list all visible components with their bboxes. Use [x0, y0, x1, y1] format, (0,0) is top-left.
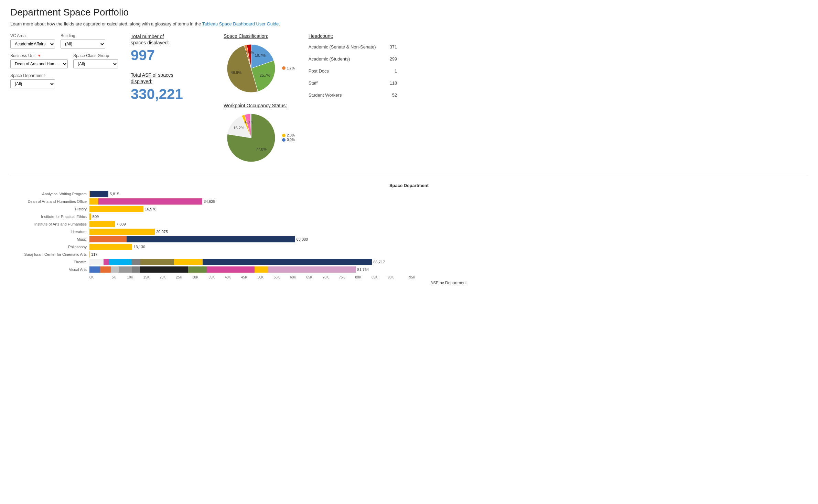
headcount-row: Academic (Students) 299 — [309, 56, 397, 63]
spaces-stat: Total number of spaces displayed: 997 — [131, 33, 217, 64]
svg-text:2.9%: 2.9% — [245, 51, 254, 55]
x-axis-tick: 85K — [366, 275, 383, 279]
workpoint-occupancy-title: Workpoint Occupancy Status: — [224, 103, 295, 108]
headcount-value: 1 — [395, 68, 397, 74]
x-axis-tick: 80K — [350, 275, 366, 279]
bar-value-label: 20,075 — [156, 230, 168, 234]
bar-value-label: 16,578 — [145, 207, 157, 211]
bar-track: 509 — [89, 213, 808, 220]
bar-row: Visual Arts81,764 — [10, 266, 808, 273]
page-title: Department Space Portfolio — [10, 7, 808, 18]
bar-dept-label: Theatre — [10, 260, 89, 264]
headcount-row: Post Docs 1 — [309, 68, 397, 75]
spaces-value: 997 — [131, 47, 217, 64]
bar-segment — [140, 259, 174, 265]
spaces-label: Total number of spaces displayed: — [131, 33, 217, 46]
headcount-label: Academic (Students) — [309, 56, 350, 62]
bar-segment — [174, 259, 202, 265]
vc-area-select[interactable]: Academic Affairs — [10, 40, 55, 48]
bar-segment — [89, 259, 104, 265]
x-axis-tick: 90K — [383, 275, 399, 279]
bar-row: Philosophy13,130 — [10, 244, 808, 250]
bar-segment — [268, 266, 356, 273]
bar-segment — [89, 213, 91, 220]
x-axis-tick: 30K — [187, 275, 203, 279]
bar-segment — [89, 251, 90, 258]
headcount-title: Headcount: — [309, 33, 397, 39]
x-axis-tick: 5K — [106, 275, 122, 279]
headcount-label: Post Docs — [309, 68, 329, 74]
bar-segment — [98, 198, 202, 205]
bar-segment — [89, 244, 132, 250]
asf-stat: Total ASF of spaces displayed: 330,221 — [131, 72, 217, 102]
workpoint-occupancy-pie: 77.8%16.2%4.0% — [224, 110, 279, 165]
bar-value-label: 5,815 — [110, 192, 119, 196]
bar-row: Music63,080 — [10, 236, 808, 242]
x-axis-tick: 70K — [317, 275, 334, 279]
bar-value-label: 34,628 — [204, 199, 215, 204]
space-class-group-select[interactable]: (All) — [73, 59, 118, 68]
space-classification-chart: Space Classification: 19.7%25.7%49.9%2.9… — [224, 33, 295, 96]
x-axis-tick: 40K — [220, 275, 236, 279]
filter-icon: 🔻 — [37, 54, 42, 58]
bar-track: 7,809 — [89, 221, 808, 227]
bar-dept-label: Institute for Practical Ethics — [10, 215, 89, 219]
vc-area-label: VC Area — [10, 33, 55, 38]
bar-row: History16,578 — [10, 206, 808, 212]
x-axis-tick: 20K — [154, 275, 171, 279]
x-axis-tick: 25K — [171, 275, 187, 279]
headcount-row: Student Workers 52 — [309, 92, 397, 99]
bar-segment — [89, 236, 127, 242]
subtitle: Learn more about how the fields are capt… — [10, 21, 808, 26]
bar-chart-section: Space Department Analytical Writing Prog… — [10, 176, 808, 285]
bar-segment — [89, 198, 98, 205]
bar-dept-label: Analytical Writing Program — [10, 192, 89, 196]
space-classification-pie: 19.7%25.7%49.9%2.9% — [224, 41, 279, 96]
bar-track: 20,075 — [89, 229, 808, 235]
bar-segment — [100, 266, 111, 273]
bar-track: 81,764 — [89, 266, 808, 273]
bar-track: 16,578 — [89, 206, 808, 212]
bar-dept-label: Visual Arts — [10, 267, 89, 272]
x-axis-tick: 95K — [399, 275, 415, 279]
headcount-value: 371 — [390, 44, 397, 50]
bar-dept-label: Institute of Arts and Humanities — [10, 222, 89, 226]
bar-track: 13,130 — [89, 244, 808, 250]
bar-row: Literature20,075 — [10, 229, 808, 235]
x-axis-tick: 60K — [285, 275, 301, 279]
x-axis-tick: 75K — [334, 275, 350, 279]
space-class-group-label: Space Class Group — [73, 53, 118, 58]
asf-label: Total ASF of spaces displayed: — [131, 72, 217, 84]
building-label: Building — [61, 33, 105, 38]
bar-segment — [109, 259, 132, 265]
bar-dept-label: History — [10, 207, 89, 211]
building-select[interactable]: (All) — [61, 40, 105, 48]
x-axis-tick: 15K — [138, 275, 154, 279]
bar-segment — [89, 266, 100, 273]
bar-value-label: 63,080 — [297, 237, 308, 241]
headcount-value: 118 — [390, 80, 397, 86]
bar-segment — [188, 266, 207, 273]
bar-dept-label: Music — [10, 237, 89, 241]
bar-track: 5,815 — [89, 191, 808, 197]
svg-text:49.9%: 49.9% — [231, 70, 241, 75]
bar-segment — [140, 266, 188, 273]
svg-text:19.7%: 19.7% — [255, 53, 266, 57]
bar-value-label: 13,130 — [133, 245, 145, 249]
bar-segment — [90, 191, 108, 197]
business-unit-select[interactable]: Dean of Arts and Hum... — [10, 59, 68, 68]
bar-segment — [255, 266, 268, 273]
bar-segment — [104, 259, 109, 265]
user-guide-link[interactable]: Tableau Space Dashboard User Guide — [202, 21, 279, 26]
bar-row: Institute for Practical Ethics509 — [10, 213, 808, 220]
headcount-value: 52 — [392, 92, 397, 98]
bar-row: Dean of Arts and Humanities Office34,628 — [10, 198, 808, 205]
asf-value: 330,221 — [131, 86, 217, 102]
x-axis-tick: 55K — [269, 275, 285, 279]
x-axis-tick: 35K — [204, 275, 220, 279]
space-department-select[interactable]: (All) — [10, 79, 55, 88]
bar-row: Analytical Writing Program5,815 — [10, 191, 808, 197]
charts-section: Space Classification: 19.7%25.7%49.9%2.9… — [217, 33, 295, 165]
space-classification-labels: 1.7% — [282, 66, 295, 71]
svg-text:25.7%: 25.7% — [260, 73, 270, 77]
